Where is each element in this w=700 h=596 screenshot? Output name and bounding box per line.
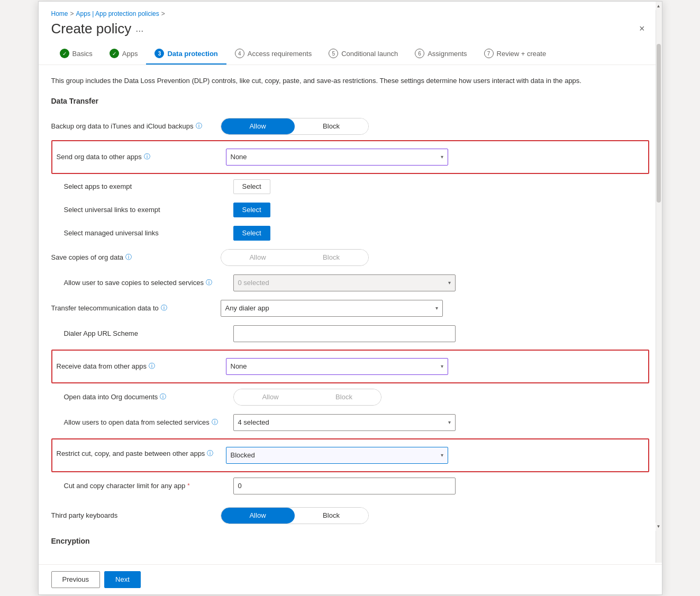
toggle-third-party-block[interactable]: Block xyxy=(295,508,368,524)
tab-review-label: Review + create xyxy=(497,50,547,58)
description-text: This group includes the Data Loss Preven… xyxy=(51,76,649,86)
toggle-backup: Allow Block xyxy=(221,118,369,135)
scrollbar-thumb[interactable] xyxy=(657,44,661,203)
tab-basics[interactable]: ✓ Basics xyxy=(51,43,101,65)
info-icon-receive-data[interactable]: ⓘ xyxy=(149,362,155,371)
ellipsis-menu[interactable]: ... xyxy=(135,23,143,34)
label-receive-data: Receive data from other apps ⓘ xyxy=(57,362,226,371)
tab-assignments-num: 6 xyxy=(415,49,424,58)
control-cut-copy-char-limit xyxy=(233,478,477,494)
info-icon-backup[interactable]: ⓘ xyxy=(196,122,202,131)
label-select-universal-exempt: Select universal links to exempt xyxy=(64,205,233,215)
section-data-transfer-title: Data Transfer xyxy=(51,97,649,105)
breadcrumb-apps[interactable]: Apps | App protection policies xyxy=(76,10,159,17)
info-icon-transfer-telecom[interactable]: ⓘ xyxy=(161,304,167,313)
dropdown-transfer-telecom-value: Any dialer app xyxy=(225,304,269,312)
breadcrumb: Home > Apps | App protection policies > xyxy=(51,10,649,17)
breadcrumb-sep2: > xyxy=(161,10,165,17)
control-dialer-url xyxy=(233,325,477,342)
info-icon-allow-open-selected[interactable]: ⓘ xyxy=(212,418,218,427)
row-open-data-org: Open data into Org documents ⓘ Allow Blo… xyxy=(51,384,649,410)
row-allow-open-selected: Allow users to open data from selected s… xyxy=(51,410,649,435)
dropdown-restrict-cut-value: Blocked xyxy=(231,451,255,459)
toggle-open-block[interactable]: Block xyxy=(307,389,381,405)
control-send-org-data: None ▾ xyxy=(226,149,469,166)
dropdown-allow-open-selected[interactable]: 4 selected ▾ xyxy=(233,414,456,431)
main-content: This group includes the Data Loss Preven… xyxy=(39,65,662,564)
label-allow-save-selected: Allow user to save copies to selected se… xyxy=(64,278,233,288)
dropdown-allow-save-selected[interactable]: 0 selected ▾ xyxy=(233,274,456,291)
info-icon-open-data-org[interactable]: ⓘ xyxy=(160,392,166,401)
toggle-save-copies-allow[interactable]: Allow xyxy=(221,250,295,265)
tab-data-protection-label: Data protection xyxy=(167,50,217,58)
control-save-copies: Allow Block xyxy=(221,249,464,266)
label-transfer-telecom: Transfer telecommunication data to ⓘ xyxy=(51,304,221,313)
scrollbar-track[interactable]: ▲ ▼ xyxy=(656,2,662,563)
row-receive-data: Receive data from other apps ⓘ None ▾ xyxy=(57,354,644,379)
control-backup-org-data: Allow Block xyxy=(221,118,464,135)
dropdown-transfer-telecom[interactable]: Any dialer app ▾ xyxy=(221,300,443,317)
chevron-allow-open: ▾ xyxy=(448,419,451,425)
next-button[interactable]: Next xyxy=(104,571,141,588)
row-dialer-url: Dialer App URL Scheme xyxy=(51,321,649,346)
toggle-open-data-org: Allow Block xyxy=(233,389,381,406)
breadcrumb-home[interactable]: Home xyxy=(51,10,68,17)
info-icon-send-org[interactable]: ⓘ xyxy=(144,152,150,161)
label-save-copies: Save copies of org data ⓘ xyxy=(51,253,221,262)
dropdown-send-org-data[interactable]: None ▾ xyxy=(226,149,448,166)
chevron-allow-save: ▾ xyxy=(448,280,451,286)
toggle-backup-block[interactable]: Block xyxy=(295,118,368,134)
dropdown-allow-save-value: 0 selected xyxy=(238,279,269,287)
control-select-universal-exempt: Select xyxy=(233,203,477,217)
tab-data-protection[interactable]: 3 Data protection xyxy=(146,43,226,65)
section-encryption-title: Encryption xyxy=(51,537,649,545)
row-third-party-keyboards: Third party keyboards Allow Block xyxy=(51,503,649,528)
modal-header: Home > Apps | App protection policies > … xyxy=(39,2,662,43)
label-open-data-org: Open data into Org documents ⓘ xyxy=(64,392,233,402)
label-send-org-data: Send org data to other apps ⓘ xyxy=(57,152,226,162)
tab-access-requirements[interactable]: 4 Access requirements xyxy=(226,43,320,65)
tab-basics-label: Basics xyxy=(72,50,93,58)
previous-button[interactable]: Previous xyxy=(51,571,101,588)
row-receive-data-highlight: Receive data from other apps ⓘ None ▾ xyxy=(51,350,649,383)
info-icon-save-copies[interactable]: ⓘ xyxy=(125,253,132,262)
control-select-managed-universal: Select xyxy=(233,226,477,241)
tab-access-num: 4 xyxy=(235,49,244,58)
footer: Previous Next xyxy=(39,564,662,594)
toggle-save-copies: Allow Block xyxy=(221,249,369,266)
select-universal-exempt-button[interactable]: Select xyxy=(233,203,270,217)
page-title: Create policy ... xyxy=(51,21,144,37)
toggle-backup-allow[interactable]: Allow xyxy=(221,118,295,134)
chevron-send-org: ▾ xyxy=(441,154,443,160)
toggle-third-party: Allow Block xyxy=(221,507,369,524)
label-dialer-url: Dialer App URL Scheme xyxy=(64,329,233,338)
chevron-restrict-cut: ▾ xyxy=(441,452,443,458)
required-star-cut-copy: * xyxy=(187,482,189,490)
scroll-down-arrow[interactable]: ▼ xyxy=(656,522,662,531)
scroll-up-arrow[interactable]: ▲ xyxy=(656,2,662,10)
row-cut-copy-char-limit: Cut and copy character limit for any app… xyxy=(51,473,649,499)
toggle-save-copies-block[interactable]: Block xyxy=(295,250,368,265)
toggle-third-party-allow[interactable]: Allow xyxy=(221,508,295,524)
row-select-universal-exempt: Select universal links to exempt Select xyxy=(51,198,649,222)
close-button[interactable]: × xyxy=(635,21,649,36)
tab-conditional-launch[interactable]: 5 Conditional launch xyxy=(320,43,406,65)
breadcrumb-sep1: > xyxy=(70,10,74,17)
select-apps-exempt-button[interactable]: Select xyxy=(233,179,270,194)
dropdown-restrict-cut-copy[interactable]: Blocked ▾ xyxy=(226,447,448,464)
toggle-open-allow[interactable]: Allow xyxy=(234,389,307,405)
row-send-org-data: Send org data to other apps ⓘ None ▾ xyxy=(57,144,644,170)
tab-review-create[interactable]: 7 Review + create xyxy=(476,43,555,65)
dropdown-send-org-value: None xyxy=(231,153,247,161)
info-icon-restrict-cut[interactable]: ⓘ xyxy=(207,449,213,458)
label-select-managed-universal: Select managed universal links xyxy=(64,228,233,238)
tab-data-protection-num: 3 xyxy=(154,49,164,58)
tab-apps[interactable]: ✓ Apps xyxy=(101,43,147,65)
input-cut-copy-char-limit[interactable] xyxy=(233,478,456,494)
select-managed-universal-button[interactable]: Select xyxy=(233,226,270,241)
control-open-data-org: Allow Block xyxy=(233,389,477,406)
tab-assignments[interactable]: 6 Assignments xyxy=(406,43,475,65)
dropdown-receive-data[interactable]: None ▾ xyxy=(226,358,448,375)
input-dialer-url[interactable] xyxy=(233,325,456,342)
info-icon-allow-save[interactable]: ⓘ xyxy=(206,278,212,287)
